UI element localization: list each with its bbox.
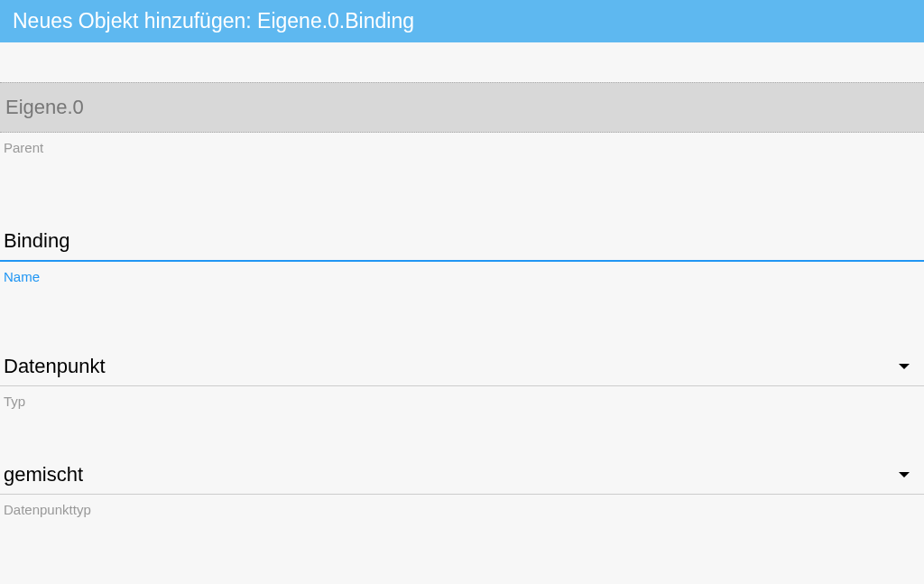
dialog-header: Neues Objekt hinzufügen: Eigene.0.Bindin… — [0, 0, 924, 42]
parent-label: Parent — [0, 133, 924, 155]
dialog-content: Parent Name Datenpunkt Typ gemischt Date… — [0, 82, 924, 517]
datentyp-value: gemischt — [4, 463, 83, 487]
typ-select[interactable]: Datenpunkt — [0, 346, 924, 386]
dialog-title: Neues Objekt hinzufügen: Eigene.0.Bindin… — [13, 9, 414, 32]
parent-input — [0, 82, 924, 133]
field-typ: Datenpunkt Typ — [0, 346, 924, 409]
datentyp-label: Datenpunkttyp — [0, 495, 924, 517]
dropdown-icon — [899, 472, 910, 477]
typ-label: Typ — [0, 386, 924, 409]
field-datentyp: gemischt Datenpunkttyp — [0, 454, 924, 517]
field-parent: Parent — [0, 82, 924, 155]
name-label: Name — [0, 262, 924, 284]
dropdown-icon — [899, 364, 910, 369]
typ-value: Datenpunkt — [4, 355, 106, 378]
field-name: Name — [0, 220, 924, 284]
datentyp-select[interactable]: gemischt — [0, 454, 924, 495]
name-input[interactable] — [0, 220, 924, 262]
